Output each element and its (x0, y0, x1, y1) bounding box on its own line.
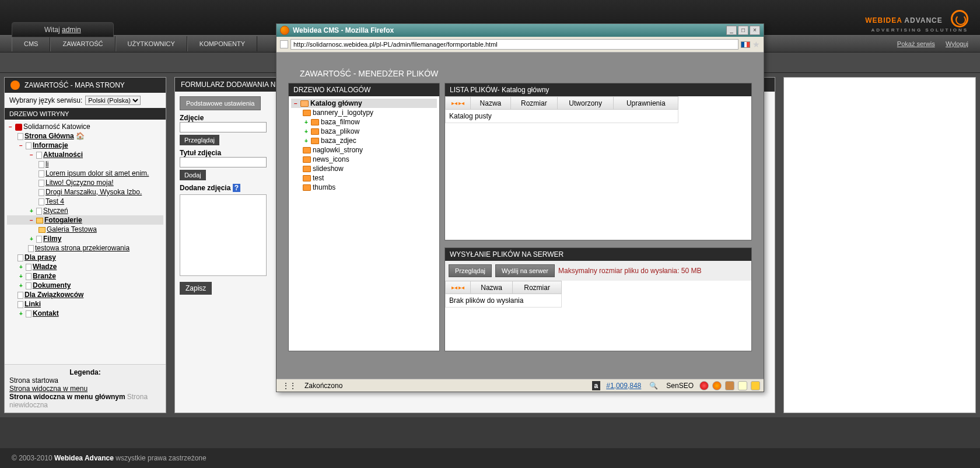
folder-item[interactable]: news_icons (291, 155, 437, 164)
senseo-label[interactable]: SenSEO (664, 382, 696, 390)
upload-browse-button[interactable]: Przeglądaj (449, 264, 492, 277)
collapse-icon[interactable]: − (18, 142, 24, 149)
empty-folder-msg: Katalog pusty (446, 110, 678, 123)
legend-menu[interactable]: Strona widoczna w menu (9, 385, 161, 393)
folder-icon (36, 218, 43, 223)
resize-grip-icon[interactable]: ⋮⋮ (280, 382, 299, 390)
node-kontakt[interactable]: Kontakt (33, 309, 59, 317)
expand-icon[interactable]: + (303, 119, 310, 126)
lang-select[interactable]: Polski (Polska) (85, 96, 141, 105)
welcome-user-link[interactable]: admin (62, 26, 81, 34)
node-filmy[interactable]: Filmy (43, 235, 61, 243)
node-news[interactable]: Aktualności (43, 151, 83, 159)
node-wladze[interactable]: Władze (33, 263, 57, 271)
cursor-icon[interactable] (738, 381, 747, 390)
tab-basic-settings[interactable]: Podstawowe ustawienia (180, 96, 261, 110)
node-foto[interactable]: Fotogalerie (44, 216, 82, 224)
node-test4[interactable]: Test 4 (46, 197, 64, 205)
url-input[interactable] (290, 39, 738, 50)
menu-cms[interactable]: CMS (12, 36, 50, 51)
upload-col-size[interactable]: Rozmiar (513, 281, 562, 294)
collapse-icon[interactable]: − (292, 100, 299, 107)
tree-root[interactable]: Solidarność Katowice (23, 123, 90, 131)
folder-item[interactable]: +baza_filmow (291, 117, 437, 127)
node-branze[interactable]: Branże (33, 272, 56, 280)
expand-icon[interactable]: + (303, 138, 310, 145)
show-site-link[interactable]: Pokaż serwis (897, 40, 935, 47)
node-li[interactable]: li (46, 160, 48, 168)
menu-users[interactable]: UŻYTKOWNICY (116, 36, 187, 51)
node-dokumenty[interactable]: Dokumenty (33, 281, 71, 289)
expand-icon[interactable]: + (303, 128, 310, 135)
logo-text-b: ADVANCE (904, 16, 942, 25)
status-count[interactable]: #1,009,848 (604, 382, 643, 390)
col-size[interactable]: Rozmiar (510, 97, 557, 110)
close-button[interactable]: × (750, 26, 760, 35)
help-icon[interactable]: ? (233, 184, 240, 192)
magnify-icon[interactable]: 🔍 (647, 382, 660, 390)
folder-item[interactable]: test (291, 173, 437, 183)
node-info[interactable]: Informacje (33, 141, 68, 149)
photo-input[interactable] (180, 122, 267, 132)
menu-content[interactable]: ZAWARTOŚĆ (50, 36, 115, 51)
folder-item[interactable]: +baza_zdjec (291, 136, 437, 145)
upload-queue-table: ▸◂▸◂ Nazwa Rozmiar Brak plików do wysłan… (445, 281, 562, 308)
window-titlebar[interactable]: Webidea CMS - Mozilla Firefox _ □ × (276, 24, 764, 37)
folder-root[interactable]: −Katalog główny (291, 99, 437, 108)
menu-components[interactable]: KOMPONENTY (187, 36, 257, 51)
expand-icon[interactable]: + (18, 273, 24, 280)
collapse-icon[interactable]: − (7, 124, 14, 131)
node-lorem[interactable]: Lorem ipsum dolor sit amet enim. (46, 169, 149, 177)
browse-button[interactable]: Przeglądaj (180, 135, 219, 145)
site-tree[interactable]: −Solidarność Katowice Strona Główna 🏠 −I… (5, 120, 166, 364)
folder-item[interactable]: thumbs (291, 183, 437, 192)
logout-link[interactable]: Wyloguj (946, 40, 968, 47)
node-zwiazkowcow[interactable]: Dla Związkowców (24, 291, 83, 299)
minimize-button[interactable]: _ (726, 26, 737, 35)
firebug-icon[interactable] (725, 381, 734, 390)
status-done: Zakończono (302, 382, 345, 390)
folder-item[interactable]: bannery_i_logotypy (291, 108, 437, 117)
save-button[interactable]: Zapisz (180, 282, 212, 295)
expand-icon[interactable]: + (28, 236, 35, 243)
node-testowa[interactable]: testowa strona przekierowania (35, 244, 130, 252)
sort-icons[interactable]: ▸◂▸◂ (449, 99, 467, 107)
copyright-brand: Webidea Advance (54, 454, 114, 462)
node-home[interactable]: Strona Główna (24, 132, 74, 140)
folder-icon (303, 147, 311, 153)
sort-icons[interactable]: ▸◂▸◂ (449, 283, 467, 292)
upload-col-name[interactable]: Nazwa (471, 281, 513, 294)
maximize-button[interactable]: □ (738, 26, 748, 35)
arrow-icon: ▸◂ (452, 284, 457, 291)
status-a-icon[interactable]: a (592, 381, 601, 390)
node-litwo[interactable]: Litwo! Ojczyzno moja! (46, 179, 114, 187)
col-created[interactable]: Utworzony (557, 97, 614, 110)
node-prasy[interactable]: Dla prasy (24, 253, 56, 261)
node-gal[interactable]: Galeria Testowa (47, 225, 97, 233)
title-input[interactable] (180, 157, 267, 167)
gear-icon[interactable] (751, 381, 760, 390)
node-drogi[interactable]: Drogi Marszałku, Wysoka Izbo. (46, 188, 142, 196)
expand-icon[interactable]: + (18, 264, 24, 271)
add-button[interactable]: Dodaj (180, 170, 206, 180)
upload-send-button[interactable]: Wyślij na serwer (495, 264, 555, 277)
col-name[interactable]: Nazwa (471, 97, 511, 110)
folder-tree[interactable]: −Katalog główny bannery_i_logotypy +baza… (289, 96, 439, 194)
folder-tree-header: DRZEWO KATALOGÓW (289, 83, 439, 96)
folder-item[interactable]: slideshow (291, 164, 437, 173)
node-linki[interactable]: Linki (24, 300, 41, 308)
node-styczen[interactable]: Styczeń (43, 207, 68, 215)
expand-icon[interactable]: + (28, 208, 35, 215)
col-perms[interactable]: Uprawnienia (614, 97, 678, 110)
folder-item[interactable]: naglowki_strony (291, 145, 437, 155)
expand-icon[interactable]: + (18, 282, 24, 289)
expand-icon[interactable]: + (18, 310, 24, 317)
folder-item[interactable]: +baza_plikow (291, 127, 437, 136)
collapse-icon[interactable]: − (28, 217, 35, 224)
noscript-icon[interactable] (699, 381, 709, 390)
collapse-icon[interactable]: − (28, 152, 35, 159)
bookmark-star-icon[interactable]: ★ (752, 40, 760, 49)
page-icon (26, 310, 32, 317)
label-added: Dodane zdjęcia ? (180, 184, 267, 192)
firefox-status-icon[interactable] (712, 381, 722, 390)
